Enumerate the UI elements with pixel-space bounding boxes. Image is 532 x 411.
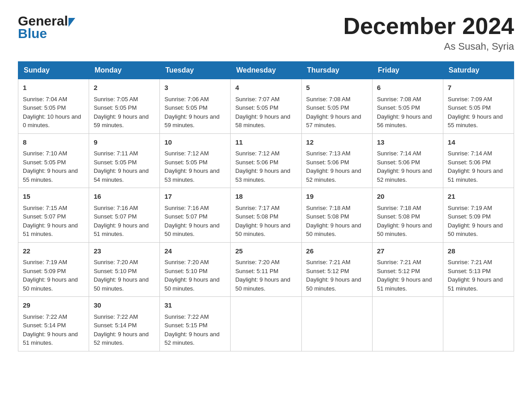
sunset-label: Sunset: 5:07 PM [23,213,66,220]
day-header-monday: Monday [89,62,160,79]
day-number: 28 [448,246,509,257]
sunset-label: Sunset: 5:05 PM [23,104,66,111]
daylight-label: Daylight: 9 hours and 50 minutes. [235,222,290,238]
day-number: 9 [94,137,155,148]
calendar-subtitle: As Susah, Syria [343,41,514,52]
sunrise-label: Sunrise: 7:14 AM [448,150,492,157]
daylight-label: Daylight: 9 hours and 50 minutes. [164,276,219,292]
week-row-2: 8Sunrise: 7:10 AMSunset: 5:05 PMDaylight… [18,133,514,188]
sunrise-label: Sunrise: 7:18 AM [306,205,351,211]
calendar-header: SundayMondayTuesdayWednesdayThursdayFrid… [18,62,514,79]
sunrise-label: Sunrise: 7:22 AM [164,313,209,320]
calendar-cell [301,297,372,351]
daylight-label: Daylight: 9 hours and 51 minutes. [94,222,149,238]
calendar-cell: 15Sunrise: 7:15 AMSunset: 5:07 PMDayligh… [18,188,89,243]
day-number: 16 [94,192,155,202]
day-number: 29 [23,300,84,311]
day-number: 12 [306,137,368,148]
sunrise-label: Sunrise: 7:10 AM [23,150,67,157]
sunset-label: Sunset: 5:08 PM [306,213,349,220]
daylight-label: Daylight: 9 hours and 58 minutes. [235,113,290,129]
sunset-label: Sunset: 5:12 PM [306,268,349,274]
sunrise-label: Sunrise: 7:18 AM [377,205,421,211]
calendar-cell: 9Sunrise: 7:11 AMSunset: 5:05 PMDaylight… [89,133,160,188]
daylight-label: Daylight: 9 hours and 56 minutes. [377,113,432,129]
day-number: 18 [235,192,296,202]
sunrise-label: Sunrise: 7:17 AM [235,205,279,211]
day-header-sunday: Sunday [18,62,89,79]
sunrise-label: Sunrise: 7:21 AM [377,259,421,265]
day-number: 5 [306,83,368,93]
sunrise-label: Sunrise: 7:20 AM [235,259,279,265]
day-number: 30 [94,300,155,311]
day-number: 13 [377,137,438,148]
calendar-cell: 11Sunrise: 7:12 AMSunset: 5:06 PMDayligh… [231,133,301,188]
sunrise-label: Sunrise: 7:07 AM [235,96,279,103]
calendar-cell: 17Sunrise: 7:16 AMSunset: 5:07 PMDayligh… [160,188,231,243]
day-number: 14 [448,137,509,148]
sunrise-label: Sunrise: 7:21 AM [306,259,351,265]
day-number: 15 [23,192,84,202]
daylight-label: Daylight: 9 hours and 57 minutes. [306,113,361,129]
calendar-cell [231,297,301,351]
sunset-label: Sunset: 5:06 PM [235,159,278,166]
daylight-label: Daylight: 9 hours and 54 minutes. [94,167,149,183]
daylight-label: Daylight: 10 hours and 0 minutes. [23,113,81,129]
sunrise-label: Sunrise: 7:12 AM [235,150,279,157]
daylight-label: Daylight: 9 hours and 53 minutes. [164,167,219,183]
sunset-label: Sunset: 5:12 PM [377,268,420,274]
sunset-label: Sunset: 5:14 PM [23,322,66,329]
calendar-cell [372,297,443,351]
daylight-label: Daylight: 9 hours and 59 minutes. [94,113,149,129]
logo-blue-text: Blue [18,26,75,41]
sunset-label: Sunset: 5:05 PM [94,104,137,111]
sunrise-label: Sunrise: 7:22 AM [94,313,138,320]
sunrise-label: Sunrise: 7:16 AM [164,205,209,211]
sunrise-label: Sunrise: 7:19 AM [448,205,492,211]
day-number: 11 [235,137,296,148]
calendar-cell: 12Sunrise: 7:13 AMSunset: 5:06 PMDayligh… [301,133,372,188]
sunset-label: Sunset: 5:05 PM [448,104,491,111]
day-header-tuesday: Tuesday [160,62,231,79]
sunset-label: Sunset: 5:05 PM [164,104,207,111]
week-row-4: 22Sunrise: 7:19 AMSunset: 5:09 PMDayligh… [18,242,514,297]
day-header-wednesday: Wednesday [231,62,301,79]
sunrise-label: Sunrise: 7:14 AM [377,150,421,157]
calendar-cell: 4Sunrise: 7:07 AMSunset: 5:05 PMDaylight… [231,79,301,134]
daylight-label: Daylight: 9 hours and 51 minutes. [448,276,503,292]
daylight-label: Daylight: 9 hours and 50 minutes. [377,222,432,238]
calendar-cell: 29Sunrise: 7:22 AMSunset: 5:14 PMDayligh… [18,297,89,351]
daylight-label: Daylight: 9 hours and 53 minutes. [235,167,290,183]
calendar-cell: 14Sunrise: 7:14 AMSunset: 5:06 PMDayligh… [443,133,514,188]
day-number: 27 [377,246,438,257]
sunset-label: Sunset: 5:05 PM [23,159,66,166]
sunrise-label: Sunrise: 7:04 AM [23,96,67,103]
sunrise-label: Sunrise: 7:13 AM [306,150,351,157]
sunset-label: Sunset: 5:08 PM [377,213,420,220]
day-number: 10 [164,137,226,148]
sunrise-label: Sunrise: 7:16 AM [94,205,138,211]
calendar-cell: 5Sunrise: 7:08 AMSunset: 5:05 PMDaylight… [301,79,372,134]
sunset-label: Sunset: 5:07 PM [94,213,137,220]
sunset-label: Sunset: 5:14 PM [94,322,137,329]
calendar-cell: 2Sunrise: 7:05 AMSunset: 5:05 PMDaylight… [89,79,160,134]
daylight-label: Daylight: 9 hours and 50 minutes. [94,276,149,292]
calendar-cell: 3Sunrise: 7:06 AMSunset: 5:05 PMDaylight… [160,79,231,134]
sunset-label: Sunset: 5:10 PM [94,268,137,274]
calendar-cell: 27Sunrise: 7:21 AMSunset: 5:12 PMDayligh… [372,242,443,297]
calendar-cell: 23Sunrise: 7:20 AMSunset: 5:10 PMDayligh… [89,242,160,297]
day-number: 21 [448,192,509,202]
sunrise-label: Sunrise: 7:11 AM [94,150,138,157]
day-number: 22 [23,246,84,257]
daylight-label: Daylight: 9 hours and 50 minutes. [23,276,78,292]
sunset-label: Sunset: 5:05 PM [94,159,137,166]
calendar-cell: 20Sunrise: 7:18 AMSunset: 5:08 PMDayligh… [372,188,443,243]
day-number: 17 [164,192,226,202]
sunset-label: Sunset: 5:05 PM [164,159,207,166]
sunset-label: Sunset: 5:06 PM [448,159,491,166]
daylight-label: Daylight: 9 hours and 52 minutes. [164,331,219,347]
calendar-cell: 8Sunrise: 7:10 AMSunset: 5:05 PMDaylight… [18,133,89,188]
daylight-label: Daylight: 9 hours and 55 minutes. [448,113,503,129]
calendar-cell: 28Sunrise: 7:21 AMSunset: 5:13 PMDayligh… [443,242,514,297]
daylight-label: Daylight: 9 hours and 52 minutes. [377,167,432,183]
